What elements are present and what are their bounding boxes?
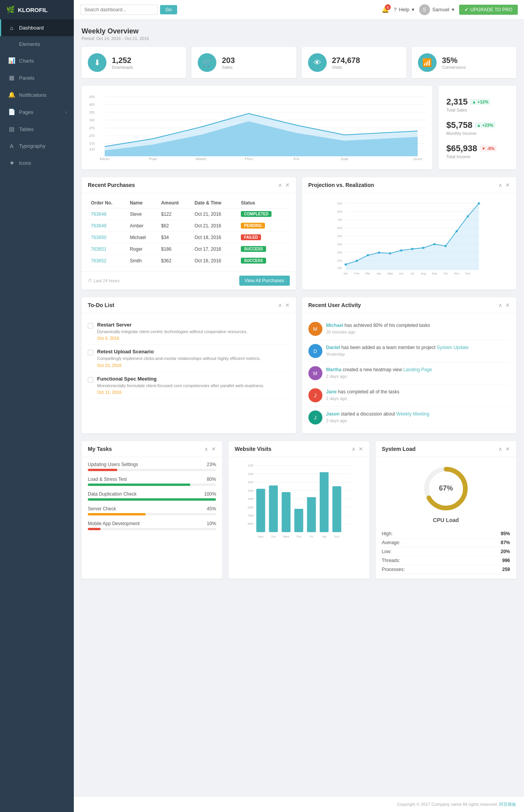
upgrade-button[interactable]: ✔ UPGRADE TO PRO [459, 5, 518, 15]
svg-text:7000: 7000 [248, 514, 254, 517]
todo-item-title: Functional Spec Meeting [97, 376, 264, 382]
activity-close-button[interactable]: ✕ [505, 302, 510, 308]
footer-link[interactable]: 阿页模板 [499, 802, 516, 807]
stat-value: 203 [222, 56, 235, 65]
change-badge: ▲ +23% [475, 122, 495, 128]
todo-item-date: Oct 9, 2016 [97, 336, 247, 341]
todo-item-title: Restart Server [97, 322, 247, 328]
sidebar-item-charts[interactable]: 📊 Charts [0, 52, 74, 69]
task-percent: 100% [204, 491, 216, 497]
sidebar-item-label: Charts [19, 58, 34, 64]
sidebar-item-notifications[interactable]: 🔔 Notifications [0, 86, 74, 103]
todo-close-button[interactable]: ✕ [285, 302, 290, 308]
datetime: Oct 16, 2016 [191, 255, 238, 267]
task-percent: 45% [207, 506, 216, 512]
svg-text:700: 700 [337, 218, 342, 222]
todo-collapse-button[interactable]: ∧ [278, 302, 282, 308]
sidebar-item-icons[interactable]: ★ Icons [0, 154, 74, 171]
svg-text:Jun: Jun [399, 272, 403, 275]
stat-value: 35% [442, 56, 466, 65]
todo-checkbox[interactable] [88, 350, 93, 355]
svg-text:Thu: Thu [296, 535, 301, 538]
activity-collapse-button[interactable]: ∧ [498, 302, 502, 308]
upgrade-label: UPGRADE TO PRO [470, 7, 512, 12]
bar-rect [294, 509, 303, 532]
system-load-close-button[interactable]: ✕ [505, 446, 510, 452]
datetime: Oct 21, 2016 [191, 220, 238, 232]
svg-text:Apr: Apr [376, 272, 381, 275]
conversions-icon: 📶 [418, 53, 437, 72]
activity-time: 2 days ago [326, 396, 400, 401]
system-load-collapse-button[interactable]: ∧ [498, 446, 502, 452]
proj-close-button[interactable]: ✕ [505, 182, 510, 188]
stat-value: 274,678 [332, 56, 360, 65]
activity-user[interactable]: Jane [326, 389, 337, 395]
go-button[interactable]: Go [160, 5, 177, 14]
todo-checkbox[interactable] [88, 377, 93, 382]
panels-icon: ▦ [8, 74, 15, 81]
stat-value: 2,315 [446, 97, 468, 107]
bar-rect [269, 485, 278, 532]
todo-item-retest-upload: Retest Upload Scenario Compellingly impl… [88, 345, 290, 372]
todo-item-functional-spec: Functional Spec Meeting Monotonectally f… [88, 372, 290, 399]
logo[interactable]: 🌿 KLOROFIL [0, 0, 74, 19]
activity-user[interactable]: Jason [326, 411, 340, 417]
weekly-overview-section: Weekly Overview Period: Oct 14, 2016 - O… [82, 27, 516, 169]
todo-checkbox[interactable] [88, 323, 93, 328]
order-number[interactable]: 763648 [88, 208, 127, 220]
order-number[interactable]: 763651 [88, 243, 127, 255]
cpu-stat-value: 996 [502, 558, 510, 563]
activity-user[interactable]: Daniel [326, 345, 340, 350]
my-tasks-collapse-button[interactable]: ∧ [204, 446, 208, 452]
svg-text:Fri: Fri [310, 535, 313, 538]
notifications-button[interactable]: 🔔 5 [381, 6, 389, 13]
svg-point-45 [355, 260, 358, 262]
sidebar-item-pages[interactable]: 📄 Pages ‹ [0, 103, 74, 120]
activity-item-daniel: D Daniel has been added as a team member… [308, 340, 510, 362]
help-button[interactable]: ? Help ▾ [394, 7, 414, 12]
panel-controls: ∧ ✕ [278, 182, 290, 188]
todo-header: To-Do List ∧ ✕ [82, 297, 296, 313]
activity-user[interactable]: Michael [326, 323, 343, 328]
website-visits-close-button[interactable]: ✕ [359, 446, 363, 452]
svg-point-50 [411, 248, 413, 250]
sidebar: 🌿 KLOROFIL ⌂ Dashboard Elements 📊 Charts… [0, 0, 74, 812]
sidebar-item-label: Typography [19, 143, 45, 149]
svg-text:May: May [387, 272, 393, 275]
website-visits-header: Website Visits ∧ ✕ [228, 441, 369, 457]
sidebar-item-panels[interactable]: ▦ Panels [0, 69, 74, 86]
activity-user[interactable]: Martha [326, 367, 341, 372]
activity-link[interactable]: Landing Page [403, 367, 432, 372]
task-bar-bg [88, 484, 216, 486]
my-tasks-close-button[interactable]: ✕ [211, 446, 216, 452]
panel-close-button[interactable]: ✕ [285, 182, 290, 188]
search-input[interactable] [80, 5, 158, 15]
sidebar-item-dashboard[interactable]: ⌂ Dashboard [0, 19, 74, 36]
typography-icon: A [8, 143, 15, 149]
order-number[interactable]: 763652 [88, 255, 127, 267]
charts-icon: 📊 [8, 57, 15, 64]
svg-text:Jul: Jul [410, 272, 414, 275]
order-number[interactable]: 763649 [88, 220, 127, 232]
order-number[interactable]: 763650 [88, 232, 127, 243]
view-all-button[interactable]: View All Purchases [239, 276, 290, 286]
donut-area: 67% CPU Load [376, 457, 516, 529]
website-visits-collapse-button[interactable]: ∧ [352, 446, 355, 452]
panel-collapse-button[interactable]: ∧ [278, 182, 282, 188]
website-visits-body: 10002000300040005000600070008000MonTueWe… [228, 457, 369, 545]
activity-link[interactable]: System Update [437, 345, 468, 350]
user-menu[interactable]: S Samuel ▾ [419, 4, 454, 15]
sidebar-item-typography[interactable]: A Typography [0, 138, 74, 154]
cpu-stat-value: 20% [501, 549, 510, 554]
activity-link[interactable]: Weekly Meeting [396, 411, 429, 417]
sidebar-item-elements[interactable]: Elements [0, 36, 74, 52]
stat-label: Visits [332, 65, 360, 70]
my-tasks-title: My Tasks [88, 446, 112, 452]
sidebar-item-tables[interactable]: ▤ Tables [0, 120, 74, 138]
task-bar-bg [88, 469, 216, 471]
topbar: Go 🔔 5 ? Help ▾ S Samuel ▾ ✔ UPGRADE TO … [74, 0, 524, 19]
proj-collapse-button[interactable]: ∧ [498, 182, 502, 188]
clock-icon: ⏱ [88, 278, 92, 283]
svg-point-55 [467, 215, 469, 218]
svg-text:45: 45 [89, 95, 95, 99]
